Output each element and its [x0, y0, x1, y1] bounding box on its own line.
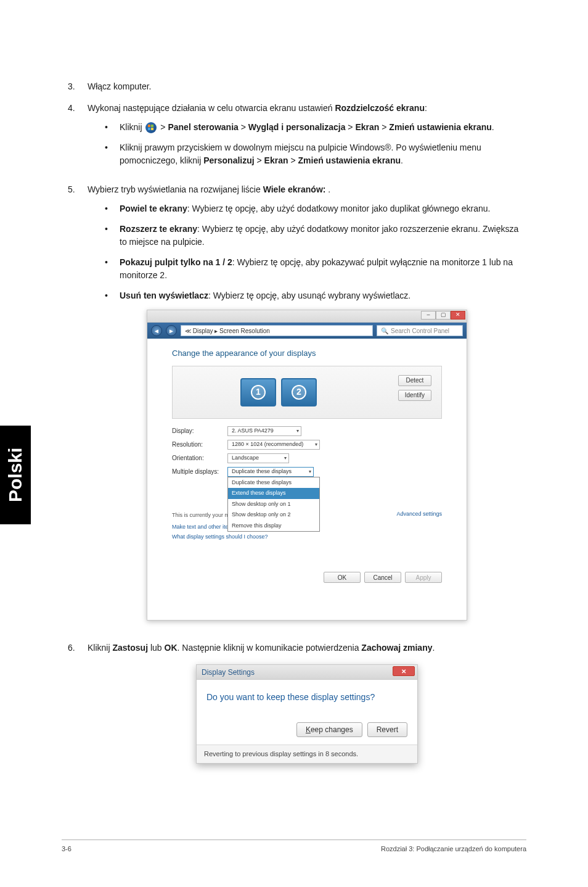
- gt: >: [379, 122, 389, 132]
- dropdown-option[interactable]: Remove this display: [228, 521, 319, 532]
- gt: >: [345, 122, 355, 132]
- search-input[interactable]: 🔍Search Control Panel: [377, 325, 463, 336]
- minimize-button[interactable]: –: [421, 311, 436, 320]
- chapter-title: Rozdział 3: Podłączanie urządzeń do komp…: [381, 845, 526, 852]
- orientation-select[interactable]: Landscape: [227, 453, 289, 463]
- monitor-preview[interactable]: 1 2 Detect Identify: [172, 366, 442, 419]
- bold-term: Pokazuj pulpit tylko na 1 / 2: [120, 257, 232, 267]
- bold-term: Ekran: [264, 155, 288, 165]
- tail: .: [325, 184, 330, 194]
- step-text: Wybierz tryb wyświetlania na rozwijanej …: [88, 184, 263, 194]
- bold-term: Personalizuj: [203, 155, 254, 165]
- dialog-titlebar: Display Settings ✕: [197, 665, 417, 680]
- text: . Następnie kliknij w komunikacie potwie…: [178, 643, 362, 653]
- step-text: Wykonaj następujące działania w celu otw…: [88, 103, 335, 113]
- bullet: •: [105, 223, 120, 249]
- dropdown-option[interactable]: Duplicate these displays: [228, 477, 319, 489]
- multiple-displays-select[interactable]: Duplicate these displays: [227, 467, 314, 477]
- bold-term: Ekran: [355, 122, 379, 132]
- multiple-displays-label: Multiple displays:: [172, 467, 227, 476]
- display-select[interactable]: 2. ASUS PA4279: [227, 426, 301, 436]
- cancel-button[interactable]: Cancel: [364, 572, 401, 583]
- keep-changes-button[interactable]: Keep changes: [296, 722, 362, 737]
- button-label: eep changes: [311, 724, 353, 735]
- bullet: •: [105, 121, 120, 134]
- monitor-2[interactable]: 2: [281, 378, 317, 406]
- substep: Usuń ten wyświetlacz: Wybierz tę opcję, …: [120, 289, 410, 302]
- substep: Rozszerz te ekrany: Wybierz tę opcję, ab…: [120, 223, 526, 249]
- gt: >: [158, 122, 168, 132]
- step-text: Włącz komputer.: [88, 80, 526, 93]
- dialog-message: Do you want to keep these display settin…: [197, 680, 417, 722]
- start-orb-icon: [145, 122, 157, 133]
- text: Kliknij: [120, 122, 144, 132]
- back-button[interactable]: ◄: [151, 325, 162, 336]
- resolution-label: Resolution:: [172, 440, 227, 449]
- bold-term: Panel sterowania: [168, 122, 238, 132]
- bold-term: Zastosuj: [112, 643, 148, 653]
- text: Kliknij: [88, 643, 112, 653]
- breadcrumb[interactable]: ≪ Display ▸ Screen Resolution: [181, 325, 373, 336]
- substep: Powiel te ekrany: Wybierz tę opcję, aby …: [120, 202, 490, 215]
- close-button[interactable]: ✕: [393, 666, 415, 676]
- dropdown-option[interactable]: Extend these displays: [228, 488, 319, 499]
- maximize-button[interactable]: ▢: [436, 311, 451, 320]
- page-footer: 3-6 Rozdział 3: Podłączanie urządzeń do …: [62, 840, 526, 852]
- window-titlebar: – ▢ ✕: [147, 310, 467, 323]
- screen-resolution-window: – ▢ ✕ ◄ ► ≪ Display ▸ Screen Resolution …: [147, 310, 467, 621]
- bold-term: Powiel te ekrany: [120, 204, 187, 213]
- ok-button[interactable]: OK: [324, 572, 361, 583]
- advanced-settings-link[interactable]: Advanced settings: [396, 510, 442, 519]
- text: : Wybierz tę opcję, aby usunąć wybrany w…: [208, 291, 410, 300]
- gt: >: [255, 155, 264, 165]
- search-placeholder: Search Control Panel: [391, 326, 449, 336]
- bold-term: Usuń ten wyświetlacz: [120, 291, 208, 300]
- dropdown-option[interactable]: Show desktop only on 2: [228, 510, 319, 521]
- main-list: 3. Włącz komputer. 4. Wykonaj następując…: [68, 80, 526, 764]
- document-page: 3. Włącz komputer. 4. Wykonaj następując…: [0, 0, 588, 887]
- page-heading: Change the appearance of your displays: [172, 347, 442, 360]
- monitor-number: 1: [251, 385, 266, 400]
- detect-button[interactable]: Detect: [398, 375, 431, 386]
- identify-button[interactable]: Identify: [398, 390, 431, 401]
- bullet: •: [105, 202, 120, 215]
- orientation-label: Orientation:: [172, 453, 227, 463]
- bold-term: Zmień ustawienia ekranu: [389, 122, 492, 132]
- text: : Wybierz tę opcję, aby użyć dodatkowy m…: [187, 204, 491, 213]
- display-settings-dialog: Display Settings ✕ Do you want to keep t…: [196, 664, 418, 764]
- substep: Kliknij > Panel sterowania > Wygląd i pe…: [120, 121, 494, 134]
- colon: :: [425, 103, 427, 113]
- monitor-1[interactable]: 1: [240, 378, 276, 406]
- search-icon: 🔍: [381, 326, 388, 336]
- bold-term: Wiele ekranów:: [263, 184, 326, 194]
- dialog-title: Display Settings: [202, 667, 255, 678]
- bold-term: Zachowaj zmiany: [361, 643, 432, 653]
- mnemonic: K: [306, 724, 311, 735]
- gt: >: [288, 155, 298, 165]
- revert-button[interactable]: Revert: [367, 722, 407, 737]
- countdown-text: Reverting to previous display settings i…: [197, 745, 417, 763]
- text: .: [432, 643, 435, 653]
- address-bar: ◄ ► ≪ Display ▸ Screen Resolution 🔍Searc…: [147, 323, 467, 339]
- bold-term: Zmień ustawienia ekranu: [298, 155, 401, 165]
- resolution-select[interactable]: 1280 × 1024 (recommended): [227, 440, 320, 450]
- dropdown-option[interactable]: Show desktop only on 1: [228, 499, 319, 510]
- display-label: Display:: [172, 426, 227, 435]
- bold-term: Rozszerz te ekrany: [120, 224, 197, 234]
- multiple-displays-dropdown: Duplicate these displays Extend these di…: [227, 477, 320, 532]
- page-number: 3-6: [62, 845, 71, 852]
- help-link[interactable]: What display settings should I choose?: [172, 533, 442, 542]
- substep: Pokazuj pulpit tylko na 1 / 2: Wybierz t…: [120, 256, 526, 282]
- monitor-number: 2: [292, 385, 306, 400]
- bold-term: OK: [165, 643, 178, 653]
- step-number: 4.: [68, 102, 88, 175]
- bullet: •: [105, 289, 120, 302]
- substep: Kliknij prawym przyciskiem w dowolnym mi…: [120, 141, 526, 167]
- step-number: 6.: [68, 642, 88, 764]
- forward-button[interactable]: ►: [166, 325, 177, 336]
- close-button[interactable]: ✕: [451, 311, 465, 320]
- gt: >: [239, 122, 248, 132]
- text: lub: [148, 643, 164, 653]
- apply-button[interactable]: Apply: [405, 572, 442, 583]
- bullet: •: [105, 256, 120, 282]
